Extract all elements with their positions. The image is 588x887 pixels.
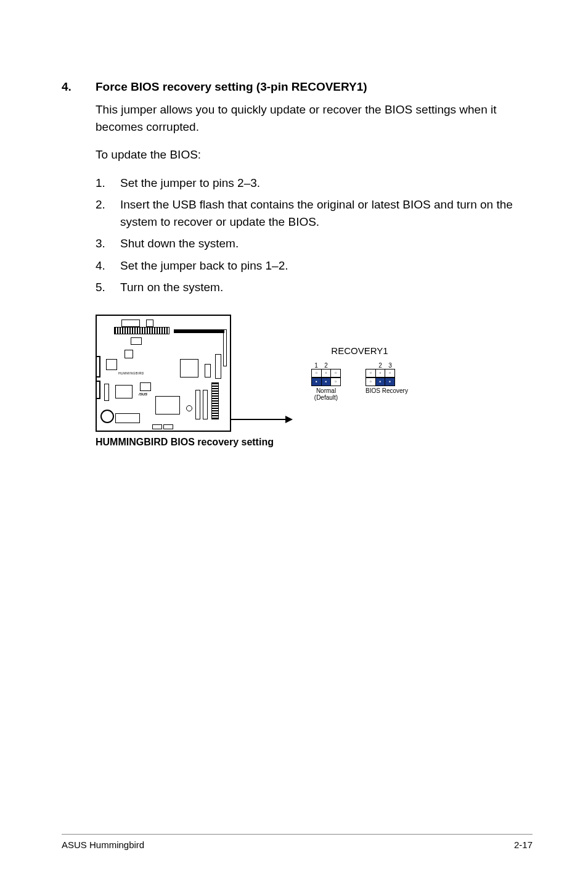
- step-text: Set the jumper to pins 2–3.: [120, 175, 533, 192]
- section-heading: 4. Force BIOS recovery setting (3-pin RE…: [62, 80, 533, 94]
- section-number: 4.: [62, 80, 96, 94]
- jumper-diagram: RECOVERY1 12 ▫▫▫ ▪▪▫ Normal(Default) 23 …: [311, 345, 408, 401]
- arrow-icon: [231, 413, 293, 426]
- figure: HUMMINGBIRD /SUS RECOVERY1 12 ▫▫▫ ▪▪▫ No…: [96, 315, 533, 448]
- step-row: 1. Set the jumper to pins 2–3.: [96, 175, 533, 192]
- recovery-title: RECOVERY1: [311, 345, 408, 356]
- jumper-recovery: 23 ▫▫▫ ▫▪▪ BIOS Recovery: [365, 362, 408, 401]
- step-text: Set the jumper back to pins 1–2.: [120, 257, 533, 274]
- section-title: Force BIOS recovery setting (3-pin RECOV…: [96, 80, 367, 94]
- step-number: 3.: [96, 235, 120, 252]
- page-footer: ASUS Hummingbird 2-17: [62, 834, 533, 850]
- step-row: 5. Turn on the system.: [96, 279, 533, 296]
- footer-right: 2-17: [514, 840, 533, 850]
- svg-marker-1: [285, 416, 293, 423]
- page: 4. Force BIOS recovery setting (3-pin RE…: [0, 0, 588, 887]
- step-text: Insert the USB flash that contains the o…: [120, 196, 533, 230]
- step-row: 4. Set the jumper back to pins 1–2.: [96, 257, 533, 274]
- board-diagram: HUMMINGBIRD /SUS: [96, 315, 231, 432]
- step-number: 4.: [96, 257, 120, 274]
- jumper-normal: 12 ▫▫▫ ▪▪▫ Normal(Default): [311, 362, 341, 401]
- step-row: 2. Insert the USB flash that contains th…: [96, 196, 533, 230]
- sub-intro: To update the BIOS:: [96, 146, 533, 163]
- step-number: 5.: [96, 279, 120, 296]
- figure-row: HUMMINGBIRD /SUS RECOVERY1 12 ▫▫▫ ▪▪▫ No…: [96, 315, 533, 432]
- board-label: HUMMINGBIRD: [118, 371, 144, 375]
- figure-caption: HUMMINGBIRD BIOS recovery setting: [96, 437, 533, 448]
- step-number: 2.: [96, 196, 120, 230]
- section-body: This jumper allows you to quickly update…: [96, 101, 533, 296]
- step-number: 1.: [96, 175, 120, 192]
- intro-paragraph: This jumper allows you to quickly update…: [96, 101, 533, 135]
- step-text: Shut down the system.: [120, 235, 533, 252]
- footer-left: ASUS Hummingbird: [62, 840, 144, 850]
- step-text: Turn on the system.: [120, 279, 533, 296]
- step-row: 3. Shut down the system.: [96, 235, 533, 252]
